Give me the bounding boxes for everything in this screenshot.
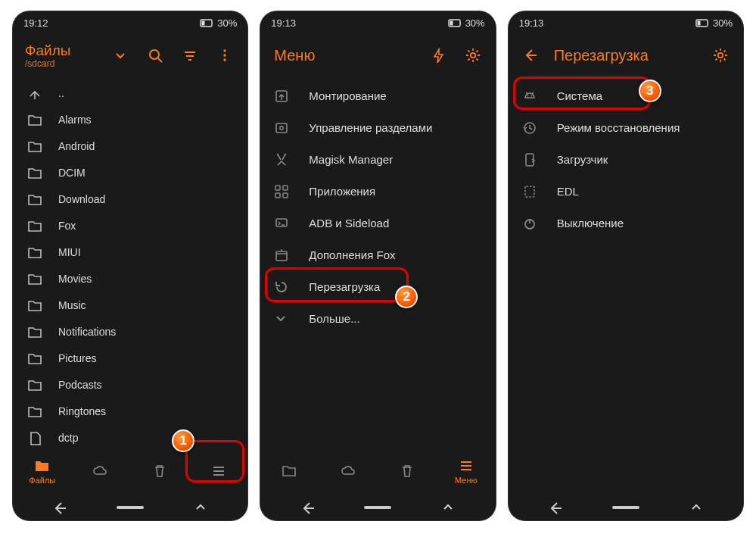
bottom-nav: Файлы <box>13 448 247 495</box>
folder-icon <box>26 165 43 180</box>
list-item[interactable]: Загрузчик <box>509 143 743 175</box>
appbar-title: Файлы <box>25 42 101 59</box>
list-item[interactable]: Дополнения Fox <box>260 239 495 270</box>
list-item-label: Больше... <box>309 312 359 325</box>
reboot-icon <box>272 279 289 294</box>
system-nav <box>13 495 247 520</box>
list-item[interactable]: Movies <box>13 265 247 292</box>
list-item-label: Fox <box>58 220 76 232</box>
statusbar: 19:12 30% <box>13 11 247 34</box>
list-item[interactable]: Управление разделами <box>260 111 495 143</box>
list-item[interactable]: Podcasts <box>13 371 247 398</box>
dropdown-button[interactable] <box>105 40 135 70</box>
screen-reboot: 19:13 30% Перезагрузка СистемаРежим восс… <box>509 11 743 520</box>
home-pill[interactable] <box>364 506 391 509</box>
android-icon <box>521 88 537 103</box>
screen-menu: 19:13 30% Меню МонтированиеУправление ра… <box>260 11 495 520</box>
mount-icon <box>272 88 289 103</box>
list-item[interactable]: ADB и Sideload <box>260 207 495 239</box>
list-item[interactable]: MIUI <box>13 239 247 265</box>
back-icon[interactable] <box>300 500 316 515</box>
list-item[interactable]: Music <box>13 292 247 318</box>
list-item-label: dctp <box>58 432 78 444</box>
list-item-label: DCIM <box>58 167 86 179</box>
list-item[interactable]: Download <box>13 186 247 212</box>
list-item-label: Android <box>58 140 95 152</box>
list-item-label: Управление разделами <box>309 121 432 134</box>
list-item[interactable]: Magisk Manager <box>260 143 495 175</box>
settings-button[interactable] <box>705 40 736 70</box>
nav-trash[interactable] <box>130 463 189 479</box>
back-icon[interactable] <box>548 500 563 515</box>
back-icon[interactable] <box>52 500 67 515</box>
search-button[interactable] <box>140 40 170 70</box>
list-item[interactable]: Приложения <box>260 175 495 207</box>
list-item[interactable]: Ringtones <box>13 398 247 424</box>
home-pill[interactable] <box>117 506 144 509</box>
list-item-label: Magisk Manager <box>309 153 393 166</box>
list-item-label: Music <box>58 299 86 311</box>
list-item-label: Podcasts <box>58 379 102 391</box>
filter-icon <box>182 48 198 63</box>
nav-files[interactable] <box>260 463 319 479</box>
statusbar: 19:13 30% <box>260 11 495 34</box>
list-item[interactable]: Fox <box>13 212 247 239</box>
list-item[interactable]: Android <box>13 133 247 159</box>
list-item[interactable]: Notifications <box>13 318 247 345</box>
nav-files[interactable]: Файлы <box>13 457 72 485</box>
settings-button[interactable] <box>458 40 488 70</box>
list-item-label: Movies <box>58 273 92 285</box>
filter-button[interactable] <box>175 40 205 70</box>
more-button[interactable] <box>210 40 240 70</box>
folder-icon <box>26 324 43 339</box>
list-item-label: Дополнения Fox <box>309 248 395 261</box>
bolt-button[interactable] <box>423 40 453 70</box>
list-item-label: Выключение <box>557 217 624 230</box>
nav-menu[interactable]: Меню <box>437 457 496 485</box>
nav-trash[interactable] <box>378 463 437 479</box>
appbar: Меню <box>260 34 495 77</box>
recents-icon[interactable] <box>193 500 208 515</box>
list-item[interactable]: dctp <box>13 424 247 448</box>
list-item[interactable]: Больше... <box>260 302 495 334</box>
list-item[interactable]: Выключение <box>509 207 743 239</box>
recents-icon[interactable] <box>440 500 456 515</box>
list-item-label: Pictures <box>58 352 97 364</box>
file-icon <box>26 430 43 445</box>
cloud-icon <box>341 463 357 479</box>
trash-icon <box>151 463 168 479</box>
list-item[interactable]: Режим восстановления <box>509 111 743 143</box>
back-button[interactable] <box>516 40 546 70</box>
folder-icon <box>26 245 43 260</box>
folder-icon <box>26 404 43 419</box>
nav-cloud[interactable] <box>72 463 131 479</box>
list-item[interactable]: DCIM <box>13 159 247 186</box>
appbar: Файлы /sdcard <box>13 34 247 77</box>
recents-icon[interactable] <box>689 500 704 515</box>
nav-files-label: Файлы <box>29 476 55 485</box>
list-item[interactable]: Pictures <box>13 345 247 371</box>
box-icon <box>272 247 289 262</box>
magisk-icon <box>272 151 289 167</box>
reboot-list: СистемаРежим восстановленияЗагрузчикEDLВ… <box>509 77 743 495</box>
list-item-label: EDL <box>557 185 579 198</box>
badge-3: 3 <box>639 80 661 102</box>
nav-menu-label: Меню <box>455 476 478 485</box>
system-nav <box>509 495 743 520</box>
list-item[interactable]: EDL <box>509 175 743 207</box>
appbar-title: Меню <box>268 47 418 64</box>
nav-menu[interactable] <box>189 463 248 479</box>
list-item[interactable]: Монтирование <box>260 80 495 111</box>
folder-icon <box>34 457 51 474</box>
nav-cloud[interactable] <box>319 463 378 479</box>
list-item[interactable]: Перезагрузка <box>260 270 495 302</box>
edl-icon <box>521 183 537 198</box>
list-item-label: Перезагрузка <box>309 280 380 293</box>
list-item[interactable]: Система <box>509 80 743 111</box>
list-item[interactable]: .. <box>13 80 247 106</box>
bottom-nav: Меню <box>260 448 495 495</box>
file-list[interactable]: ..AlarmsAndroidDCIMDownloadFoxMIUIMovies… <box>13 77 247 448</box>
list-item[interactable]: Alarms <box>13 106 247 133</box>
battery-icon <box>695 16 708 30</box>
home-pill[interactable] <box>612 506 639 509</box>
